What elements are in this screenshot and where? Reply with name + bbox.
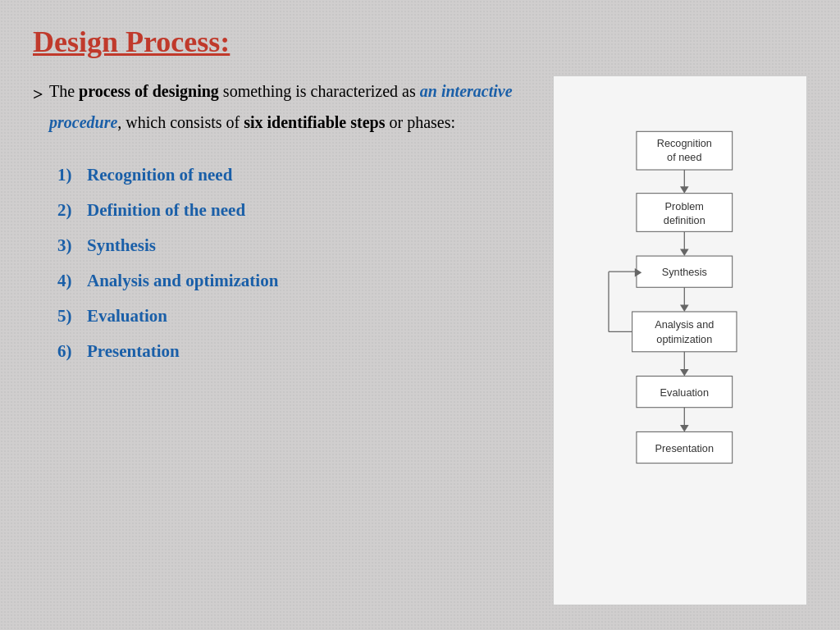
slide-container: Design Process: > The process of designi… xyxy=(0,0,840,630)
list-item: 4) Analysis and optimization xyxy=(57,263,536,299)
step-number: 4) xyxy=(57,271,80,291)
svg-text:Analysis and: Analysis and xyxy=(655,318,714,331)
svg-marker-9 xyxy=(680,249,689,256)
step-label: Analysis and optimization xyxy=(87,271,278,291)
svg-text:definition: definition xyxy=(664,214,705,226)
svg-text:Synthesis: Synthesis xyxy=(662,266,707,278)
step-label: Evaluation xyxy=(87,306,167,326)
page-title: Design Process: xyxy=(33,25,807,59)
left-content: > The process of designing something is … xyxy=(33,75,536,605)
list-item: 2) Definition of the need xyxy=(57,193,536,228)
svg-text:Evaluation: Evaluation xyxy=(660,386,709,399)
svg-text:of need: of need xyxy=(667,151,701,163)
bullet-arrow: > xyxy=(33,77,43,112)
svg-marker-4 xyxy=(680,186,689,193)
svg-marker-26 xyxy=(680,425,689,431)
svg-marker-13 xyxy=(680,304,689,311)
svg-text:Recognition: Recognition xyxy=(657,137,712,149)
content-area: > The process of designing something is … xyxy=(33,75,807,605)
step-label: Definition of the need xyxy=(87,200,245,221)
svg-text:optimization: optimization xyxy=(656,333,712,345)
svg-text:Presentation: Presentation xyxy=(655,442,714,454)
step-number: 6) xyxy=(57,341,80,362)
intro-paragraph: > The process of designing something is … xyxy=(33,75,536,138)
step-label: Synthesis xyxy=(87,235,156,256)
step-number: 3) xyxy=(57,235,80,256)
step-number: 1) xyxy=(57,165,80,185)
svg-text:Problem: Problem xyxy=(665,200,704,212)
list-item: 6) Presentation xyxy=(57,334,536,369)
flowchart-svg: Recognition of need Problem definition S… xyxy=(573,127,787,554)
step-number: 5) xyxy=(57,306,80,326)
right-diagram: Recognition of need Problem definition S… xyxy=(553,75,807,605)
list-item: 3) Synthesis xyxy=(57,228,536,263)
bold-six-steps: six identifiable steps xyxy=(244,113,385,131)
bold-process: process of designing xyxy=(79,82,219,100)
step-label: Recognition of need xyxy=(87,165,232,185)
step-number: 2) xyxy=(57,200,80,221)
steps-list: 1) Recognition of need 2) Definition of … xyxy=(33,158,536,369)
list-item: 1) Recognition of need xyxy=(57,158,536,193)
svg-marker-22 xyxy=(680,369,689,376)
step-label: Presentation xyxy=(87,341,180,362)
list-item: 5) Evaluation xyxy=(57,299,536,334)
